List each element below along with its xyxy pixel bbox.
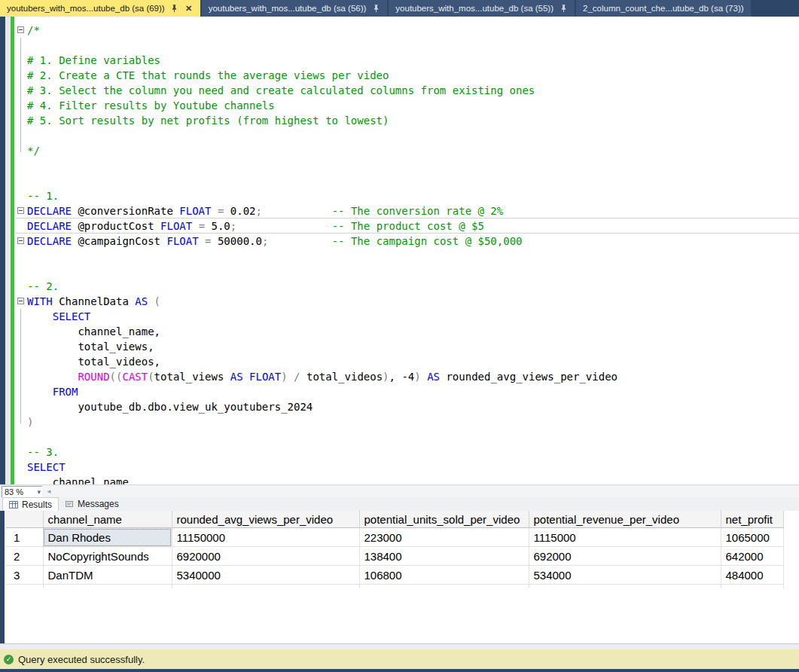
zoom-level-value: 83 % <box>5 487 23 496</box>
pin-icon[interactable] <box>170 4 179 13</box>
code-line: /* <box>27 23 799 38</box>
row-header[interactable]: 3 <box>6 566 43 585</box>
editor-gutter <box>5 17 11 484</box>
grid-cell[interactable]: 6920000 <box>172 547 359 566</box>
code-line: # 5. Sort results by net profits (from h… <box>27 113 799 128</box>
results-pane-tab-messages[interactable]: Messages <box>59 497 125 511</box>
document-tab[interactable]: youtubers_with_mos...utube_db (sa (69))✕ <box>0 0 200 17</box>
code-line: -- 3. <box>27 444 799 460</box>
grid-cell[interactable]: Dan Rhodes <box>43 528 172 547</box>
application-window: youtubers_with_mos...utube_db (sa (69))✕… <box>0 0 799 672</box>
results-horizontal-scrollbar[interactable] <box>0 643 799 649</box>
change-tracking-bar <box>11 17 14 484</box>
zoom-level-select[interactable]: 83 % ▾ <box>2 486 44 498</box>
grid-cell[interactable]: 11150000 <box>172 528 359 547</box>
code-line: total_views, <box>27 339 799 354</box>
scroll-left-icon[interactable]: ◄ <box>46 488 52 495</box>
chevron-down-icon: ▾ <box>37 488 41 496</box>
code-line: channel_name, <box>27 475 799 484</box>
code-line <box>27 249 799 264</box>
grid-row-partial <box>6 585 783 589</box>
document-tab[interactable]: 2_column_count_che...utube_db (sa (73)) <box>576 0 751 17</box>
grid-cell[interactable]: 223000 <box>359 528 529 547</box>
code-line: ROUND((CAST(total_views AS FLOAT) / tota… <box>27 369 799 384</box>
grid-cell[interactable]: DanTDM <box>43 566 172 585</box>
table-row: 1Dan Rhodes1115000022300011150001065000 <box>6 528 783 547</box>
column-header[interactable]: potential_units_sold_per_video <box>359 511 529 528</box>
code-line: DECLARE @campaignCost FLOAT = 50000.0; -… <box>27 234 799 249</box>
table-row: 3DanTDM5340000106800534000484000 <box>6 566 783 585</box>
code-line: # 4. Filter results by Youtube channels <box>27 98 799 113</box>
code-line: WITH ChannelData AS ( <box>27 294 799 309</box>
code-line: # 3. Select the column you need and crea… <box>27 83 799 98</box>
statement-separator-line <box>15 233 799 234</box>
grid-cell[interactable]: 138400 <box>359 547 529 566</box>
code-line: # 1. Define variables <box>27 53 799 68</box>
code-line <box>27 429 799 444</box>
editor-horizontal-scrollbar[interactable]: ◄ <box>42 486 799 497</box>
document-tab[interactable]: youtubers_with_mos...utube_db (sa (55)) <box>389 0 575 17</box>
results-tab-bar: ResultsMessages <box>0 497 799 511</box>
close-icon[interactable]: ✕ <box>185 4 194 13</box>
results-pane-tab-results[interactable]: Results <box>2 497 59 511</box>
code-line: FROM <box>27 384 799 399</box>
code-line: ) <box>27 414 799 429</box>
code-line: # 2. Create a CTE that rounds the averag… <box>27 68 799 83</box>
grid-cell[interactable]: 484000 <box>721 566 783 585</box>
code-line: */ <box>27 143 799 158</box>
pin-icon[interactable] <box>371 4 380 13</box>
fold-collapse-box[interactable] <box>17 237 24 244</box>
statement-separator-line <box>15 218 799 218</box>
grid-corner-header[interactable] <box>6 511 43 528</box>
results-grid-pane: channel_namerounded_avg_views_per_videop… <box>5 511 799 643</box>
messages-icon <box>65 499 74 509</box>
status-message: Query executed successfully. <box>18 654 145 665</box>
column-header[interactable]: channel_name <box>43 511 172 528</box>
sql-editor[interactable]: /*# 1. Define variables# 2. Create a CTE… <box>5 17 799 484</box>
code-line: total_videos, <box>27 354 799 369</box>
grid-cell[interactable]: NoCopyrightSounds <box>43 547 172 566</box>
grid-icon <box>9 500 18 509</box>
code-line: youtube_db.dbo.view_uk_youtubers_2024 <box>27 399 799 414</box>
success-icon: ✓ <box>4 655 14 664</box>
fold-collapse-box[interactable] <box>17 298 24 304</box>
editor-bottom-bar: 83 % ▾ ◄ <box>0 484 799 497</box>
fold-region-guide <box>20 38 21 152</box>
code-line: DECLARE @productCost FLOAT = 5.0; -- The… <box>27 218 799 234</box>
tab-label: youtubers_with_mos...utube_db (sa (69)) <box>7 4 165 13</box>
grid-cell[interactable]: 5340000 <box>172 566 359 585</box>
code-line <box>27 158 799 173</box>
code-line <box>27 173 799 188</box>
document-tab-bar: youtubers_with_mos...utube_db (sa (69))✕… <box>0 0 799 17</box>
results-tab-label: Messages <box>78 499 119 509</box>
code-area[interactable]: /*# 1. Define variables# 2. Create a CTE… <box>27 23 799 484</box>
grid-cell[interactable]: 642000 <box>721 547 783 566</box>
code-line: -- 2. <box>27 279 799 294</box>
tab-label: youtubers_with_mos...utube_db (sa (55)) <box>395 4 554 13</box>
code-line: DECLARE @conversionRate FLOAT = 0.02; --… <box>27 203 799 218</box>
row-header[interactable]: 2 <box>6 547 43 566</box>
row-header[interactable]: 1 <box>6 528 43 547</box>
fold-collapse-box[interactable] <box>17 26 24 33</box>
grid-cell[interactable]: 692000 <box>529 547 721 566</box>
code-line <box>27 264 799 279</box>
grid-cell[interactable]: 1065000 <box>721 528 783 547</box>
code-line: channel_name, <box>27 324 799 339</box>
code-line <box>27 128 799 143</box>
code-line: -- 1. <box>27 188 799 203</box>
fold-region-guide <box>20 309 21 423</box>
code-line: SELECT <box>27 460 799 475</box>
fold-collapse-box[interactable] <box>17 207 24 214</box>
tab-label: youtubers_with_mos...utube_db (sa (56)) <box>209 4 367 13</box>
results-grid: channel_namerounded_avg_views_per_videop… <box>6 511 784 588</box>
grid-cell[interactable]: 106800 <box>359 566 529 585</box>
column-header[interactable]: potential_revenue_per_video <box>529 511 721 528</box>
grid-cell[interactable]: 534000 <box>529 566 721 585</box>
grid-cell[interactable]: 1115000 <box>529 528 721 547</box>
pin-icon[interactable] <box>559 4 568 13</box>
status-bar: ✓ Query executed successfully. <box>0 649 799 669</box>
document-tab[interactable]: youtubers_with_mos...utube_db (sa (56)) <box>202 0 388 17</box>
column-header[interactable]: rounded_avg_views_per_video <box>172 511 359 528</box>
column-header[interactable]: net_profit <box>721 511 783 528</box>
tab-label: 2_column_count_che...utube_db (sa (73)) <box>583 4 744 13</box>
